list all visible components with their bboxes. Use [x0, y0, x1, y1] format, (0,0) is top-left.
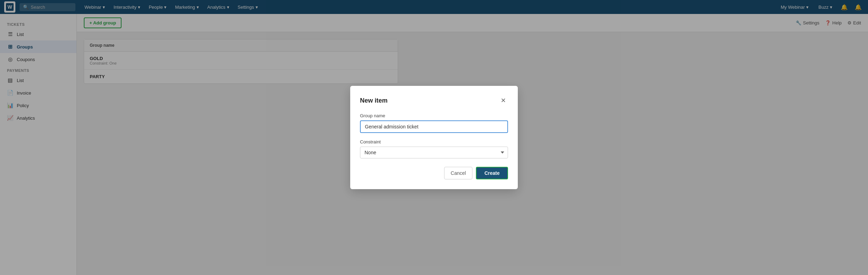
modal-close-button[interactable]: ✕ [498, 96, 508, 105]
new-item-modal: New item ✕ Group name Constraint None On… [350, 86, 518, 189]
cancel-button[interactable]: Cancel [444, 167, 473, 179]
modal-title: New item [360, 97, 388, 104]
create-button[interactable]: Create [476, 167, 508, 179]
constraint-label: Constraint [360, 139, 508, 144]
group-name-field: Group name [360, 113, 508, 133]
modal-overlay[interactable]: New item ✕ Group name Constraint None On… [0, 0, 868, 275]
constraint-select[interactable]: None One Two Three [360, 147, 508, 158]
modal-footer: Cancel Create [360, 167, 508, 179]
constraint-field: Constraint None One Two Three [360, 139, 508, 158]
modal-header: New item ✕ [360, 96, 508, 105]
group-name-label: Group name [360, 113, 508, 118]
group-name-input[interactable] [360, 120, 508, 133]
